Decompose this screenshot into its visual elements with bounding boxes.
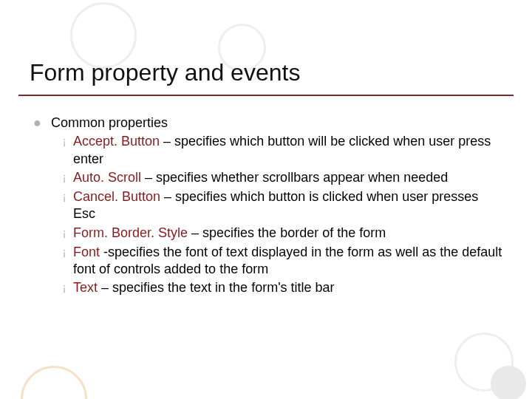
slide-body: ● Common properties ¡Accept. Button – sp… (33, 115, 502, 299)
property-name: Auto. Scroll (73, 170, 145, 185)
bullet-icon: ¡ (55, 244, 73, 262)
decor-circle (21, 366, 87, 399)
list-item: ¡Font -specifies the font of text displa… (55, 244, 502, 279)
list-item: ¡Text – specifies the text in the form's… (55, 279, 502, 297)
list-item: ¡Auto. Scroll – specifies whether scroll… (55, 169, 502, 187)
list-item: ¡Cancel. Button – specifies which button… (55, 188, 502, 223)
property-name: Font (73, 245, 103, 259)
property-description: Auto. Scroll – specifies whether scrollb… (73, 169, 502, 186)
list-item: ¡Accept. Button – specifies which button… (55, 133, 502, 168)
slide-title: Form property and events (30, 59, 300, 86)
section-heading: Common properties (51, 115, 502, 132)
property-description: Accept. Button – specifies which button … (73, 133, 502, 168)
property-text: -specifies the font of text displayed in… (73, 245, 502, 276)
property-description: Cancel. Button – specifies which button … (73, 188, 502, 223)
decor-circle (491, 366, 526, 399)
list-item: ● Common properties (33, 115, 502, 132)
property-text: – specifies whether scrollbars appear wh… (145, 170, 448, 185)
property-text: – specifies the text in the form's title… (101, 280, 335, 295)
list-item: ¡Form. Border. Style – specifies the bor… (55, 225, 502, 242)
property-description: Text – specifies the text in the form's … (73, 279, 502, 296)
property-description: Font -specifies the font of text display… (73, 244, 502, 279)
title-underline (18, 95, 514, 96)
property-list: ¡Accept. Button – specifies which button… (55, 133, 502, 297)
property-text: – specifies the border of the form (191, 225, 386, 240)
bullet-icon: ● (33, 115, 51, 132)
property-name: Cancel. Button (73, 189, 164, 204)
property-name: Text (73, 280, 101, 295)
bullet-icon: ¡ (55, 133, 73, 151)
bullet-icon: ¡ (55, 279, 73, 297)
bullet-icon: ¡ (55, 188, 73, 206)
property-name: Form. Border. Style (73, 225, 191, 240)
property-name: Accept. Button (73, 134, 163, 149)
bullet-icon: ¡ (55, 225, 73, 242)
property-description: Form. Border. Style – specifies the bord… (73, 225, 502, 242)
bullet-icon: ¡ (55, 169, 73, 187)
